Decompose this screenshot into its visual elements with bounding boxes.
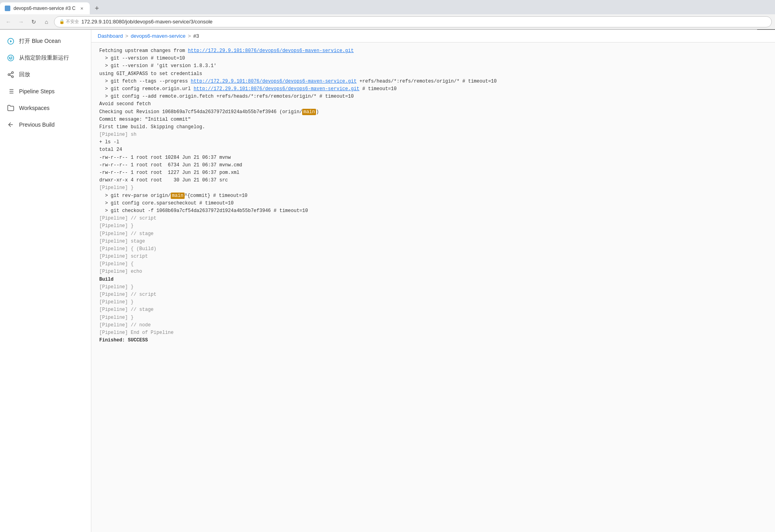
new-tab-button[interactable]: + [91, 3, 102, 14]
console-line: [Pipeline] echo [99, 268, 767, 276]
back-button[interactable]: ← [3, 17, 13, 27]
console-line: [Pipeline] } [99, 222, 767, 230]
console-line: + ls -l [99, 139, 767, 146]
svg-point-5 [12, 76, 13, 78]
console-line: -rw-r--r-- 1 root root 6734 Jun 21 06:37… [99, 162, 767, 169]
console-line: [Pipeline] } [99, 283, 767, 291]
console-line: [Pipeline] { (Build) [99, 245, 767, 253]
console-line: Checking out Revision 1068b69a7cf54da263… [99, 108, 767, 116]
main-layout: 打开 Blue Ocean 从指定阶段重新运行 [0, 30, 775, 532]
arrow-left-icon [6, 120, 15, 129]
sidebar-item-replay[interactable]: 回放 [0, 66, 91, 83]
console-line: using GIT_ASKPASS to set credentials [99, 70, 767, 78]
console-area[interactable]: Fetching upstream changes from http://17… [91, 42, 775, 532]
console-line: Avoid second fetch [99, 100, 767, 108]
sidebar-item-pipeline-steps[interactable]: Pipeline Steps [0, 83, 91, 100]
breadcrumb-sep2: > [188, 33, 191, 39]
console-line: [Pipeline] // stage [99, 306, 767, 314]
console-line: -rw-r--r-- 1 root root 1227 Jun 21 06:37… [99, 169, 767, 177]
content-wrapper: Dashboard > devops6-maven-service > #3 F… [91, 30, 775, 532]
console-line: > git config --add remote.origin.fetch +… [99, 93, 767, 100]
security-badge: 🔒 不安全 [59, 19, 79, 25]
refresh-circle-icon [6, 54, 15, 62]
folder-icon [6, 104, 15, 112]
console-line: [Pipeline] // stage [99, 230, 767, 238]
tab-favicon [5, 6, 10, 11]
console-line: [Pipeline] } [99, 299, 767, 306]
console-line-build: Build [99, 276, 767, 283]
breadcrumb-dashboard[interactable]: Dashboard [98, 33, 123, 39]
tab-close-button[interactable]: ✕ [79, 5, 85, 12]
console-line: > git --version # timeout=10 [99, 55, 767, 62]
console-line: [Pipeline] // script [99, 215, 767, 222]
sidebar-item-previous-build[interactable]: Previous Build [0, 116, 91, 133]
breadcrumb-sep1: > [125, 33, 129, 39]
sidebar-label-pipeline-steps: Pipeline Steps [19, 88, 55, 94]
svg-line-7 [10, 73, 12, 74]
git-url-link[interactable]: http://172.29.9.101:8076/devops6/devops6… [188, 48, 354, 54]
console-line: [Pipeline] stage [99, 238, 767, 245]
console-line: [Pipeline] script [99, 253, 767, 260]
sidebar-label-workspaces: Workspaces [19, 105, 50, 111]
svg-marker-1 [10, 40, 12, 42]
refresh-button[interactable]: ↻ [29, 17, 39, 27]
forward-button[interactable]: → [16, 17, 26, 27]
main-branch-highlight2: main [171, 193, 185, 199]
console-line: First time build. Skipping changelog. [99, 123, 767, 131]
tab-bar: devops6-maven-service #3 C ✕ + [0, 0, 775, 14]
git-fetch-url-link[interactable]: http://172.29.9.101:8076/devops6/devops6… [191, 79, 357, 84]
home-button[interactable]: ⌂ [41, 17, 52, 27]
console-content: Fetching upstream changes from http://17… [91, 42, 775, 349]
sidebar-item-workspaces[interactable]: Workspaces [0, 100, 91, 116]
browser-chrome: devops6-maven-service #3 C ✕ + ← → ↻ ⌂ 🔒… [0, 0, 775, 30]
sidebar-label-previous-build: Previous Build [19, 121, 55, 128]
breadcrumb-build: #3 [193, 33, 199, 39]
list-icon [6, 87, 15, 96]
console-line: > git checkout -f 1068b69a7cf54da2637972… [99, 207, 767, 215]
sidebar: 打开 Blue Ocean 从指定阶段重新运行 [0, 30, 91, 532]
console-line: [Pipeline] } [99, 184, 767, 192]
console-line: [Pipeline] { [99, 260, 767, 268]
git-config-url-link[interactable]: http://172.29.9.101:8076/devops6/devops6… [194, 86, 360, 92]
breadcrumb: Dashboard > devops6-maven-service > #3 [91, 30, 775, 42]
console-line: Commit message: "Initial commit" [99, 116, 767, 123]
address-field[interactable]: 🔒 不安全 172.29.9.101:8080/job/devops6-mave… [54, 16, 772, 27]
console-line: Fetching upstream changes from http://17… [99, 47, 767, 55]
svg-point-3 [12, 72, 13, 74]
console-line: > git fetch --tags --progress http://172… [99, 78, 767, 85]
active-tab[interactable]: devops6-maven-service #3 C ✕ [0, 2, 90, 14]
console-line-finished: Finished: SUCCESS [99, 337, 767, 344]
console-line: [Pipeline] } [99, 314, 767, 322]
console-line: > git rev-parse origin/main^{commit} # t… [99, 192, 767, 200]
circle-play-icon [6, 37, 15, 46]
console-line: [Pipeline] End of Pipeline [99, 329, 767, 337]
main-branch-highlight: main [302, 109, 316, 115]
sidebar-item-blue-ocean[interactable]: 打开 Blue Ocean [0, 33, 91, 50]
console-line: > git config remote.origin.url http://17… [99, 85, 767, 93]
address-bar-row: ← → ↻ ⌂ 🔒 不安全 172.29.9.101:8080/job/devo… [0, 14, 775, 29]
url-text: 172.29.9.101:8080/job/devops6-maven-serv… [81, 19, 212, 25]
console-line: [Pipeline] // script [99, 291, 767, 299]
sidebar-label-replay: 回放 [19, 71, 30, 78]
tab-title: devops6-maven-service #3 C [13, 6, 75, 11]
console-line: drwxr-xr-x 4 root root 30 Jun 21 06:37 s… [99, 177, 767, 184]
breadcrumb-job[interactable]: devops6-maven-service [131, 33, 185, 39]
console-line: > git config core.sparsecheckout # timeo… [99, 200, 767, 207]
console-line: [Pipeline] // node [99, 322, 767, 329]
share-icon [6, 70, 15, 79]
sidebar-label-blue-ocean: 打开 Blue Ocean [19, 38, 61, 45]
console-line: -rw-r--r-- 1 root root 10284 Jun 21 06:3… [99, 154, 767, 162]
console-line: > git --version # 'git version 1.8.3.1' [99, 62, 767, 70]
svg-point-4 [8, 74, 10, 76]
console-line: [Pipeline] sh [99, 131, 767, 139]
sidebar-item-restart-stage[interactable]: 从指定阶段重新运行 [0, 50, 91, 66]
console-line: total 24 [99, 146, 767, 154]
sidebar-label-restart: 从指定阶段重新运行 [19, 54, 69, 62]
svg-line-6 [10, 75, 12, 76]
